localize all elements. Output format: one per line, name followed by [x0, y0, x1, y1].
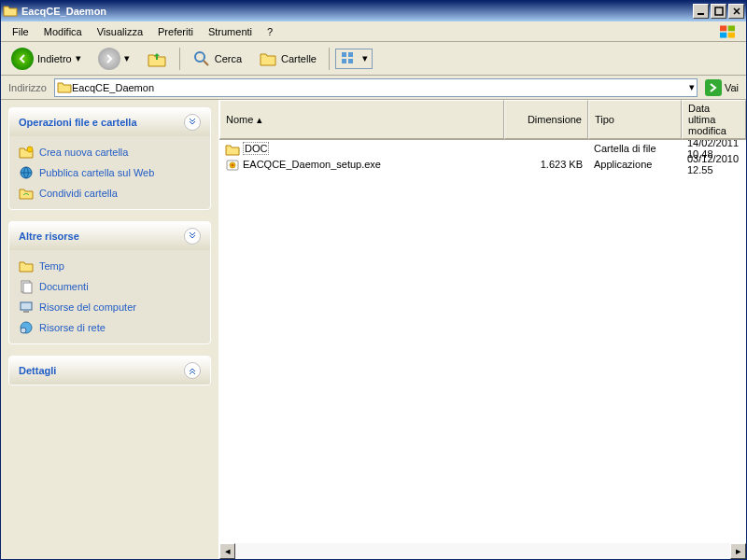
back-label: Indietro: [37, 53, 72, 64]
views-button[interactable]: ▾: [335, 49, 373, 69]
place-label: Risorse di rete: [39, 322, 106, 333]
svg-rect-1: [715, 7, 723, 15]
scroll-right-button[interactable]: ▸: [730, 543, 746, 559]
cell-name: EACQCE_Daemon_setup.exe: [219, 157, 504, 172]
menu-visualizza[interactable]: Visualizza: [90, 24, 150, 39]
svg-rect-10: [348, 59, 353, 63]
dropdown-icon[interactable]: ▾: [689, 81, 695, 93]
place-documents[interactable]: Documenti: [19, 276, 201, 297]
panel-title: Operazioni file e cartella: [19, 117, 137, 128]
task-label: Crea nuova cartella: [39, 147, 128, 158]
panel-details: Dettagli: [8, 356, 211, 385]
svg-rect-9: [342, 59, 346, 63]
task-new-folder[interactable]: Crea nuova cartella: [19, 142, 201, 162]
separator: [329, 48, 330, 70]
folder-icon: [19, 259, 34, 273]
column-headers: Nome▴ Dimensione Tipo Data ultima modifi…: [219, 100, 746, 140]
menu-file[interactable]: File: [5, 24, 36, 39]
computer-icon: [19, 300, 34, 315]
address-field[interactable]: ▾: [54, 78, 698, 97]
menu-modifica[interactable]: Modifica: [36, 24, 90, 39]
horizontal-scrollbar[interactable]: ◂ ▸: [219, 543, 746, 559]
maximize-button[interactable]: [711, 4, 726, 19]
menubar: File Modifica Visualizza Preferiti Strum…: [1, 21, 746, 42]
place-folder[interactable]: Temp: [19, 256, 201, 276]
forward-button[interactable]: ▾: [92, 45, 136, 73]
chevron-down-icon: [184, 362, 201, 379]
task-label: Condividi cartella: [39, 188, 118, 199]
panel-header[interactable]: Operazioni file e cartella: [9, 108, 210, 136]
panel-header[interactable]: Altre risorse: [9, 222, 210, 250]
svg-rect-14: [23, 283, 32, 293]
panel-header[interactable]: Dettagli: [9, 357, 210, 385]
forward-arrow-icon: [98, 48, 120, 70]
column-name[interactable]: Nome▴: [219, 100, 504, 139]
minimize-button[interactable]: [693, 4, 709, 19]
close-button[interactable]: [728, 4, 744, 19]
svg-rect-7: [342, 52, 346, 57]
back-button[interactable]: Indietro ▾: [5, 45, 88, 73]
folders-label: Cartelle: [281, 53, 317, 64]
scroll-track[interactable]: [235, 543, 730, 559]
cell-type: Applicazione: [588, 158, 682, 171]
panel-body: TempDocumentiRisorse del computerRisorse…: [9, 250, 210, 343]
address-input[interactable]: [72, 82, 689, 93]
place-label: Risorse del computer: [39, 301, 136, 313]
menu-strumenti[interactable]: Strumenti: [201, 24, 260, 39]
toolbar: Indietro ▾ ▾ Cerca Cartelle ▾: [1, 42, 746, 76]
chevron-up-icon: [184, 228, 201, 245]
svg-rect-5: [728, 32, 735, 37]
svg-rect-15: [21, 302, 32, 310]
share-folder-icon: [19, 186, 34, 201]
folder-icon: [3, 4, 18, 19]
up-folder-icon: [147, 49, 167, 69]
task-pane: Operazioni file e cartella Crea nuova ca…: [1, 100, 219, 559]
folders-button[interactable]: Cartelle: [252, 47, 323, 71]
dropdown-icon: ▾: [124, 52, 130, 64]
svg-rect-2: [720, 25, 726, 31]
window-controls: [693, 4, 744, 19]
panel-title: Altre risorse: [19, 231, 79, 242]
task-share-folder[interactable]: Condividi cartella: [19, 183, 201, 203]
publish-web-icon: [19, 165, 34, 180]
window-title: EacqCE_Daemon: [21, 6, 693, 17]
place-network[interactable]: Risorse di rete: [19, 317, 201, 338]
scroll-left-button[interactable]: ◂: [219, 543, 235, 559]
task-label: Pubblica cartella sul Web: [39, 167, 154, 178]
folder-icon: [57, 81, 72, 94]
sort-asc-icon: ▴: [257, 114, 262, 126]
file-list[interactable]: DOCCartella di file14/02/2011 10.48EACQC…: [219, 140, 746, 543]
go-label: Vai: [725, 82, 739, 93]
address-label: Indirizzo: [5, 82, 50, 93]
panel-body: Crea nuova cartellaPubblica cartella sul…: [9, 136, 210, 209]
place-label: Documenti: [39, 281, 89, 292]
titlebar[interactable]: EacqCE_Daemon: [1, 1, 746, 21]
body: Operazioni file e cartella Crea nuova ca…: [1, 100, 746, 559]
place-computer[interactable]: Risorse del computer: [19, 297, 201, 317]
folder-icon: [225, 142, 240, 155]
up-button[interactable]: [140, 46, 174, 72]
column-type[interactable]: Tipo: [588, 100, 682, 139]
dropdown-icon: ▾: [362, 52, 368, 64]
panel-other-places: Altre risorse TempDocumentiRisorse del c…: [8, 221, 211, 344]
column-size[interactable]: Dimensione: [504, 100, 588, 139]
new-folder-icon: [19, 145, 34, 160]
panel-title: Dettagli: [19, 365, 56, 376]
search-label: Cerca: [215, 53, 242, 64]
menu-help[interactable]: ?: [260, 24, 280, 39]
address-bar: Indirizzo ▾ Vai: [1, 76, 746, 100]
documents-icon: [19, 279, 34, 294]
file-list-area: Nome▴ Dimensione Tipo Data ultima modifi…: [219, 100, 746, 559]
svg-point-18: [21, 328, 26, 333]
chevron-up-icon: [184, 114, 201, 131]
svg-point-11: [27, 147, 33, 152]
svg-rect-4: [720, 32, 726, 37]
go-button[interactable]: Vai: [701, 78, 742, 97]
network-icon: [19, 320, 34, 335]
file-row[interactable]: EACQCE_Daemon_setup.exe1.623 KBApplicazi…: [219, 156, 746, 172]
search-button[interactable]: Cerca: [186, 47, 248, 71]
column-date[interactable]: Data ultima modifica: [682, 100, 746, 139]
task-publish-web[interactable]: Pubblica cartella sul Web: [19, 162, 201, 183]
file-row[interactable]: DOCCartella di file14/02/2011 10.48: [219, 140, 746, 156]
menu-preferiti[interactable]: Preferiti: [150, 24, 201, 39]
